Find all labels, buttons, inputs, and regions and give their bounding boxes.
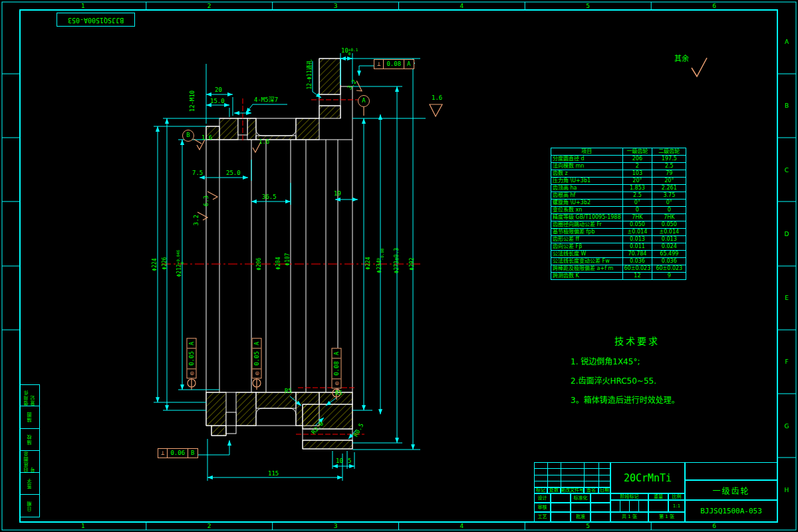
dim-phi107: Φ107 [285, 253, 291, 265]
gear-param-label: 压力角 \U+3b1 [551, 178, 623, 185]
label-approve: 批准 [571, 512, 591, 522]
dim-phi224-left: Φ224 [152, 258, 158, 271]
gear-param-label: 公法线长度变动公差 Fw [551, 258, 623, 265]
dim-15: 15.0 [210, 98, 225, 105]
gear-param-label: 精度等级 GB/T10095-1988 [551, 214, 623, 221]
gear-param-value: ±0.014 [622, 229, 652, 236]
zone-letter-right: G [785, 423, 789, 429]
gear-param-label: 分度圆直径 d [551, 156, 623, 163]
gear-param-value: 0 [652, 207, 686, 214]
gear-param-label: 齿向公差 Fβ [551, 243, 623, 251]
gear-param-value: 3.75 [652, 192, 686, 200]
margin-record-cell: 描图 [20, 406, 40, 428]
weight-cell [648, 500, 668, 512]
dim-7-5: 7.5 [192, 170, 203, 177]
gear-table-row: 压力角 \U+3b120°20° [551, 178, 686, 185]
gear-table-row: 跨棒距及极限偏差 a+f m60±0.02360±0.023 [551, 265, 686, 273]
zone-number-top: 5 [586, 3, 590, 9]
gear-param-value: 1.853 [622, 185, 652, 192]
dim-115: 115 [268, 471, 279, 477]
gear-param-label: 齿形公差 ff [551, 236, 623, 243]
col-stage1: 一级齿轮 [622, 148, 652, 156]
roughness-3-2-mid: 3.2 [194, 215, 200, 225]
cell-process-name [551, 512, 571, 522]
gear-table-row: 精度等级 GB/T10095-19887HK7HK [551, 214, 686, 221]
label-design: 设计 [534, 493, 551, 503]
zone-number-bottom: 4 [460, 523, 464, 529]
corner-drawing-code: BJJSQ1500A-053 [57, 13, 135, 27]
zone-number-bottom: 6 [712, 523, 716, 529]
zone-number-top: 3 [334, 3, 338, 9]
gear-param-value: 7HK [652, 214, 686, 221]
gear-table-row: 齿顶高 ha1.8532.261 [551, 185, 686, 192]
gear-param-label: 齿数 z [551, 170, 623, 178]
material-cell: 20CrMnTi [610, 462, 685, 493]
dim-20: 20 [215, 87, 222, 94]
zone-number-top: 6 [712, 3, 716, 9]
gear-table-row: 公法线长度变动公差 Fw0.0360.036 [551, 258, 686, 265]
gear-param-value: 70.784 [622, 251, 652, 258]
gear-param-value: 60±0.023 [622, 265, 652, 273]
dim-25: 25.0 [226, 170, 241, 177]
gear-param-value: 0° [652, 200, 686, 207]
gear-table-header: 项目 一级齿轮 二级齿轮 [551, 148, 686, 156]
dim-4xM5: 4-M5深7 [254, 97, 278, 104]
gear-param-value: ±0.014 [652, 229, 686, 236]
dim-10-bottom: 10 [336, 458, 343, 465]
fcf-concentricity-1: ◎0.05A [187, 338, 197, 379]
label-check: 审核 [534, 503, 551, 512]
gear-param-value: 2.261 [652, 185, 686, 192]
drawing-sheet: BJJSQ1500A-053 123456123456ABCDEFGH 借用件登… [0, 0, 798, 532]
margin-record-cell: 描校 [20, 429, 40, 451]
gear-table-row: 齿圈径向跳动公差 Fr0.0500.050 [551, 221, 686, 229]
gear-param-value: 0.011 [622, 243, 652, 251]
gear-param-label: 跨棒距及极限偏差 a+f m [551, 265, 623, 273]
gear-parameter-table: 项目 一级齿轮 二级齿轮 分度圆直径 d206197.5法向模数 mn22.5齿… [551, 148, 686, 280]
cell-check-name [551, 503, 571, 512]
gear-param-label: 跨测齿数 K [551, 273, 623, 280]
title-block: 标记 处数 更改文件号 签名 日期 设计 标准化 审核 工艺 批准 20CrMn… [534, 462, 777, 522]
gear-param-value: 65.499 [652, 251, 686, 258]
margin-record-cell: 日期 [20, 495, 40, 517]
part-name-cell: 一级齿轮 [685, 480, 777, 500]
gear-param-value: 20° [622, 178, 652, 185]
datum-b: B [182, 130, 194, 142]
gear-param-value: 0 [622, 207, 652, 214]
sheet-total-cell: 共 1 张 [610, 512, 648, 522]
gear-param-value: 206 [622, 156, 652, 163]
zone-letter-right: B [785, 103, 789, 109]
gear-param-label: 螺旋角 \U+3b2 [551, 200, 623, 207]
zone-number-bottom: 5 [586, 523, 590, 529]
gear-param-label: 变位系数 xn [551, 207, 623, 214]
company-cell [685, 462, 777, 480]
gear-param-value: 0° [622, 200, 652, 207]
gear-param-value: 20° [652, 178, 686, 185]
left-margin-record-table: 借用件登记描图描校旧底图总号签字日期 [20, 384, 40, 517]
fcf-concentricity-3: ◎0.08A [332, 348, 342, 389]
gear-param-value: 79 [652, 170, 686, 178]
zone-number-top: 1 [81, 3, 85, 9]
roughness-1-6-triangle: 1.6 [432, 95, 442, 102]
gear-table-row: 齿根高 hf2.53.75 [551, 192, 686, 200]
gear-table-row: 法向模数 mn22.5 [551, 163, 686, 170]
dim-10-tol: 10+0.10 [341, 48, 358, 56]
gear-param-label: 法向模数 mn [551, 163, 623, 170]
drawing-number-cell: BJJSQ1500A-053 [685, 500, 777, 522]
gear-param-value: 2.5 [622, 192, 652, 200]
label-stage-mark: 阶段标记 [610, 493, 648, 500]
zone-number-bottom: 3 [334, 523, 338, 529]
tech-req-title: 技术要求 [571, 334, 704, 347]
gear-param-label: 公法线长度 W [551, 251, 623, 258]
zone-number-bottom: 2 [207, 523, 211, 529]
gear-param-label: 齿圈径向跳动公差 Fr [551, 221, 623, 229]
label-weight: 重量 [648, 493, 668, 500]
cell-blank-1 [571, 503, 591, 512]
gear-param-value: 103 [622, 170, 652, 178]
dim-12xM10: 12-M10 [190, 90, 196, 112]
col-item: 项目 [551, 148, 623, 156]
dim-phi206: Φ206 [257, 257, 263, 270]
cell-design-name [551, 493, 571, 503]
other-surfaces-note: 其余 [674, 55, 689, 63]
roughness-1-6-a: 1.6 [201, 135, 212, 142]
roughness-1-6-b: 1.6 [259, 139, 269, 146]
